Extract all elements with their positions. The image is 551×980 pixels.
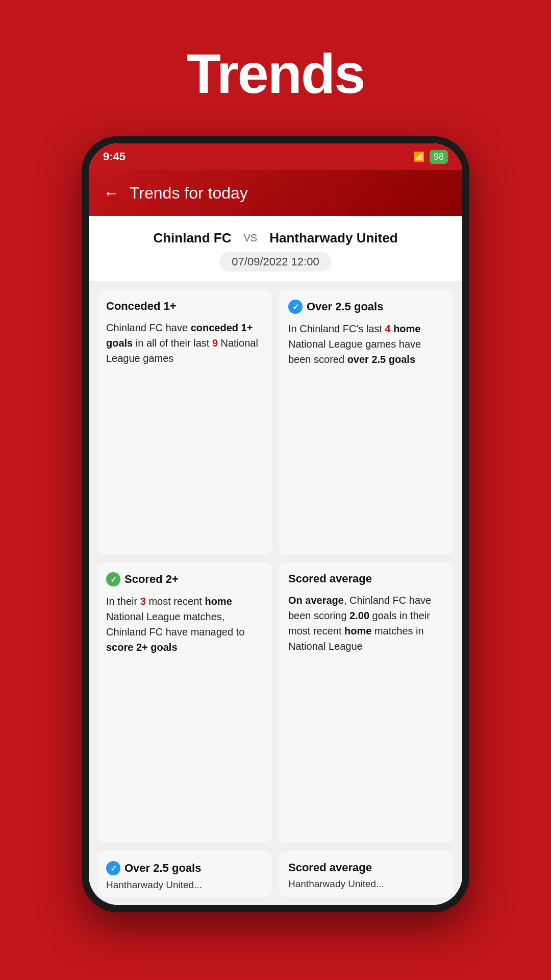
back-button[interactable]: ←	[103, 184, 119, 203]
card-conceded-title: Conceded 1+	[106, 300, 263, 313]
card-scored-avg: Scored average On average, Chinland FC h…	[279, 562, 454, 843]
card-conceded: Conceded 1+ Chinland FC have conceded 1+…	[97, 289, 272, 555]
vs-label: VS	[244, 232, 258, 244]
card-scored2-title: ✓ Scored 2+	[106, 572, 263, 586]
blue-check-icon: ✓	[288, 300, 303, 314]
status-icons: 📶 98	[413, 150, 448, 164]
page-background-title: Trends	[187, 41, 365, 106]
home-team: Chinland FC	[153, 230, 231, 246]
card-over25-body: In Chinland FC's last 4 home National Le…	[288, 321, 445, 367]
teams-row: Chinland FC VS Hantharwady United	[99, 230, 452, 246]
away-team: Hantharwady United	[269, 230, 397, 246]
app-header: ← Trends for today	[89, 170, 462, 216]
bottom-card-scored-avg: Scored average Hantharwady United...	[279, 851, 454, 897]
card-conceded-body: Chinland FC have conceded 1+ goals in al…	[106, 320, 263, 366]
bottom-card-over25: ✓ Over 2.5 goals Hantharwady United...	[97, 851, 272, 897]
card-over25: ✓ Over 2.5 goals In Chinland FC's last 4…	[279, 289, 454, 555]
signal-icon: 📶	[413, 151, 424, 162]
main-content: Chinland FC VS Hantharwady United 07/09/…	[89, 216, 462, 905]
card-scored-avg-title: Scored average	[288, 572, 445, 585]
phone-mockup: 9:45 📶 98 ← Trends for today Chinland FC…	[82, 136, 469, 912]
bottom-over25-title: ✓ Over 2.5 goals	[106, 861, 263, 875]
bottom-scored-avg-title: Scored average	[288, 861, 445, 874]
match-datetime: 07/09/2022 12:00	[219, 252, 331, 272]
card-scored2: ✓ Scored 2+ In their 3 most recent home …	[97, 562, 272, 843]
match-header: Chinland FC VS Hantharwady United 07/09/…	[89, 216, 462, 281]
header-title: Trends for today	[130, 184, 248, 203]
status-time: 9:45	[103, 150, 126, 163]
bottom-scored-avg-body: Hantharwady United...	[288, 878, 445, 890]
battery-icon: 98	[430, 150, 448, 164]
card-scored2-body: In their 3 most recent home National Lea…	[106, 594, 263, 655]
bottom-partial-cards: ✓ Over 2.5 goals Hantharwady United... S…	[89, 851, 462, 905]
card-over25-title: ✓ Over 2.5 goals	[288, 300, 445, 314]
cards-grid: Conceded 1+ Chinland FC have conceded 1+…	[89, 281, 462, 851]
bottom-over25-body: Hantharwady United...	[106, 879, 263, 891]
card-scored-avg-body: On average, Chinland FC have been scorin…	[288, 593, 445, 654]
blue-check-icon-2: ✓	[106, 861, 120, 875]
status-bar: 9:45 📶 98	[89, 143, 462, 170]
green-check-icon: ✓	[106, 572, 120, 586]
